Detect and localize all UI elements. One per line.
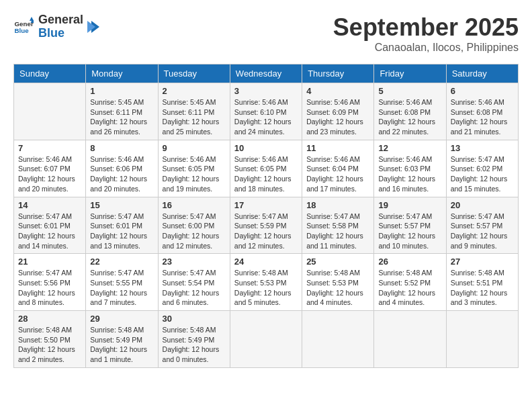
day-number: 6 xyxy=(451,86,514,96)
logo: General Blue General Blue xyxy=(13,13,101,40)
day-info: Sunrise: 5:46 AMSunset: 6:10 PMDaylight:… xyxy=(234,97,298,137)
calendar-cell: 6Sunrise: 5:46 AMSunset: 6:08 PMDaylight… xyxy=(446,83,518,140)
day-header-saturday: Saturday xyxy=(446,64,518,83)
day-number: 21 xyxy=(18,257,81,267)
calendar-cell: 13Sunrise: 5:47 AMSunset: 6:02 PMDayligh… xyxy=(446,140,518,197)
day-info: Sunrise: 5:46 AMSunset: 6:06 PMDaylight:… xyxy=(90,154,153,194)
day-info: Sunrise: 5:47 AMSunset: 5:57 PMDaylight:… xyxy=(451,212,514,251)
day-number: 29 xyxy=(90,314,153,324)
day-info: Sunrise: 5:46 AMSunset: 6:08 PMDaylight:… xyxy=(378,97,441,137)
day-number: 8 xyxy=(90,143,153,153)
calendar-cell: 20Sunrise: 5:47 AMSunset: 5:57 PMDayligh… xyxy=(446,197,518,254)
calendar-cell: 7Sunrise: 5:46 AMSunset: 6:07 PMDaylight… xyxy=(14,140,86,197)
calendar-cell: 5Sunrise: 5:46 AMSunset: 6:08 PMDaylight… xyxy=(374,83,446,140)
calendar-cell: 4Sunrise: 5:46 AMSunset: 6:09 PMDaylight… xyxy=(302,83,374,140)
day-info: Sunrise: 5:47 AMSunset: 5:56 PMDaylight:… xyxy=(18,268,81,308)
month-title: September 2025 xyxy=(333,13,519,42)
day-info: Sunrise: 5:47 AMSunset: 6:02 PMDaylight:… xyxy=(451,154,514,194)
day-info: Sunrise: 5:47 AMSunset: 6:00 PMDaylight:… xyxy=(163,212,226,251)
day-info: Sunrise: 5:46 AMSunset: 6:05 PMDaylight:… xyxy=(234,154,298,194)
calendar-cell: 10Sunrise: 5:46 AMSunset: 6:05 PMDayligh… xyxy=(230,140,302,197)
day-number: 17 xyxy=(234,200,298,210)
calendar-cell: 29Sunrise: 5:48 AMSunset: 5:49 PMDayligh… xyxy=(86,311,158,368)
day-number: 1 xyxy=(90,86,153,96)
day-info: Sunrise: 5:46 AMSunset: 6:03 PMDaylight:… xyxy=(378,154,441,194)
day-number: 23 xyxy=(163,257,226,267)
week-row-1: 1Sunrise: 5:45 AMSunset: 6:11 PMDaylight… xyxy=(14,83,519,140)
week-row-4: 21Sunrise: 5:47 AMSunset: 5:56 PMDayligh… xyxy=(14,254,519,311)
day-info: Sunrise: 5:46 AMSunset: 6:04 PMDaylight:… xyxy=(306,154,369,194)
calendar-cell: 1Sunrise: 5:45 AMSunset: 6:11 PMDaylight… xyxy=(86,83,158,140)
day-number: 12 xyxy=(378,143,441,153)
day-number: 2 xyxy=(163,86,226,96)
calendar-cell: 19Sunrise: 5:47 AMSunset: 5:57 PMDayligh… xyxy=(374,197,446,254)
day-number: 28 xyxy=(18,314,81,324)
calendar-cell: 26Sunrise: 5:48 AMSunset: 5:52 PMDayligh… xyxy=(374,254,446,311)
day-header-tuesday: Tuesday xyxy=(158,64,230,83)
calendar-cell: 9Sunrise: 5:46 AMSunset: 6:05 PMDaylight… xyxy=(158,140,230,197)
calendar-cell xyxy=(446,311,518,368)
calendar-cell: 3Sunrise: 5:46 AMSunset: 6:10 PMDaylight… xyxy=(230,83,302,140)
day-number: 3 xyxy=(234,86,298,96)
day-number: 11 xyxy=(306,143,369,153)
calendar-cell: 28Sunrise: 5:48 AMSunset: 5:50 PMDayligh… xyxy=(14,311,86,368)
day-info: Sunrise: 5:47 AMSunset: 5:57 PMDaylight:… xyxy=(378,212,441,251)
day-info: Sunrise: 5:46 AMSunset: 6:05 PMDaylight:… xyxy=(163,154,226,194)
day-info: Sunrise: 5:45 AMSunset: 6:11 PMDaylight:… xyxy=(90,97,153,137)
calendar-cell xyxy=(14,83,86,140)
day-info: Sunrise: 5:46 AMSunset: 6:08 PMDaylight:… xyxy=(451,97,514,137)
calendar-cell xyxy=(230,311,302,368)
day-number: 7 xyxy=(18,143,81,153)
calendar-cell: 2Sunrise: 5:45 AMSunset: 6:11 PMDaylight… xyxy=(158,83,230,140)
day-number: 18 xyxy=(306,200,369,210)
calendar-cell: 16Sunrise: 5:47 AMSunset: 6:00 PMDayligh… xyxy=(158,197,230,254)
day-number: 22 xyxy=(90,257,153,267)
day-number: 5 xyxy=(378,86,441,96)
calendar-cell xyxy=(374,311,446,368)
day-number: 19 xyxy=(378,200,441,210)
day-info: Sunrise: 5:45 AMSunset: 6:11 PMDaylight:… xyxy=(163,97,226,137)
logo-general: General xyxy=(38,13,83,27)
calendar-body: 1Sunrise: 5:45 AMSunset: 6:11 PMDaylight… xyxy=(14,83,519,368)
day-number: 4 xyxy=(306,86,369,96)
calendar-cell xyxy=(302,311,374,368)
calendar-cell: 12Sunrise: 5:46 AMSunset: 6:03 PMDayligh… xyxy=(374,140,446,197)
day-info: Sunrise: 5:46 AMSunset: 6:07 PMDaylight:… xyxy=(18,154,81,194)
calendar-cell: 21Sunrise: 5:47 AMSunset: 5:56 PMDayligh… xyxy=(14,254,86,311)
week-row-2: 7Sunrise: 5:46 AMSunset: 6:07 PMDaylight… xyxy=(14,140,519,197)
logo-icon: General Blue xyxy=(13,17,34,37)
week-row-3: 14Sunrise: 5:47 AMSunset: 6:01 PMDayligh… xyxy=(14,197,519,254)
calendar-cell: 11Sunrise: 5:46 AMSunset: 6:04 PMDayligh… xyxy=(302,140,374,197)
day-info: Sunrise: 5:48 AMSunset: 5:53 PMDaylight:… xyxy=(306,268,369,308)
day-info: Sunrise: 5:47 AMSunset: 6:01 PMDaylight:… xyxy=(18,212,81,251)
location-title: Canaoalan, Ilocos, Philippines xyxy=(333,42,519,54)
calendar-cell: 14Sunrise: 5:47 AMSunset: 6:01 PMDayligh… xyxy=(14,197,86,254)
calendar-header-row: SundayMondayTuesdayWednesdayThursdayFrid… xyxy=(14,64,519,83)
day-info: Sunrise: 5:48 AMSunset: 5:50 PMDaylight:… xyxy=(18,325,81,365)
day-number: 25 xyxy=(306,257,369,267)
day-number: 26 xyxy=(378,257,441,267)
day-number: 9 xyxy=(163,143,226,153)
svg-text:Blue: Blue xyxy=(15,27,30,34)
day-info: Sunrise: 5:46 AMSunset: 6:09 PMDaylight:… xyxy=(306,97,369,137)
calendar-cell: 27Sunrise: 5:48 AMSunset: 5:51 PMDayligh… xyxy=(446,254,518,311)
calendar-cell: 22Sunrise: 5:47 AMSunset: 5:55 PMDayligh… xyxy=(86,254,158,311)
day-number: 14 xyxy=(18,200,81,210)
day-number: 15 xyxy=(90,200,153,210)
calendar-cell: 25Sunrise: 5:48 AMSunset: 5:53 PMDayligh… xyxy=(302,254,374,311)
day-number: 30 xyxy=(163,314,226,324)
logo-blue: Blue xyxy=(38,27,83,40)
day-number: 24 xyxy=(234,257,298,267)
day-header-friday: Friday xyxy=(374,64,446,83)
day-header-sunday: Sunday xyxy=(14,64,86,83)
calendar-table: SundayMondayTuesdayWednesdayThursdayFrid… xyxy=(13,64,519,368)
calendar-cell: 15Sunrise: 5:47 AMSunset: 6:01 PMDayligh… xyxy=(86,197,158,254)
logo-chevron-icon xyxy=(86,19,101,34)
day-header-thursday: Thursday xyxy=(302,64,374,83)
day-number: 16 xyxy=(163,200,226,210)
day-number: 27 xyxy=(451,257,514,267)
calendar-cell: 18Sunrise: 5:47 AMSunset: 5:58 PMDayligh… xyxy=(302,197,374,254)
calendar-cell: 23Sunrise: 5:47 AMSunset: 5:54 PMDayligh… xyxy=(158,254,230,311)
day-info: Sunrise: 5:48 AMSunset: 5:53 PMDaylight:… xyxy=(234,268,298,308)
day-info: Sunrise: 5:48 AMSunset: 5:49 PMDaylight:… xyxy=(90,325,153,365)
